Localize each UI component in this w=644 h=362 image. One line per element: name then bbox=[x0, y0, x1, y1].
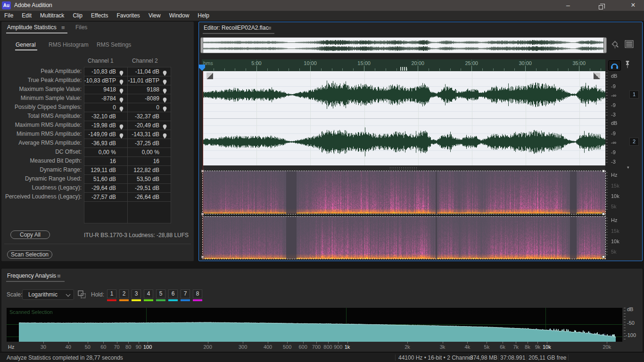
x-axis-tick bbox=[148, 342, 148, 344]
column-header-channel-2: Channel 2 bbox=[132, 58, 158, 64]
scale-select[interactable]: Logarithmic bbox=[22, 289, 74, 300]
menu-item-window[interactable]: Window bbox=[165, 11, 194, 21]
spectrogram-channel-2-canvas[interactable] bbox=[203, 216, 605, 259]
frequency-plot-canvas[interactable] bbox=[7, 308, 622, 342]
selection-corner-handle-left[interactable] bbox=[206, 73, 213, 79]
tab-editor[interactable]: Editor: RecoilEP02A2.flac bbox=[204, 25, 268, 31]
overview-waveform-canvas[interactable] bbox=[203, 38, 605, 53]
stat-value: 129,11 dB bbox=[91, 167, 116, 173]
tab-files[interactable]: Files bbox=[75, 24, 87, 31]
stat-value: 122,82 dB bbox=[133, 167, 159, 173]
menu-item-edit[interactable]: Edit bbox=[17, 11, 36, 21]
channel-badge[interactable]: 1 bbox=[629, 90, 639, 99]
stat-value-cell: -37,25 dB bbox=[127, 139, 171, 148]
overview-navigator[interactable] bbox=[203, 37, 605, 53]
waveform-display[interactable] bbox=[203, 71, 605, 165]
hold-button-2[interactable]: 2 bbox=[119, 289, 129, 298]
waveform-channel-1-canvas[interactable] bbox=[203, 71, 605, 118]
scan-selection-button[interactable]: Scan Selection bbox=[7, 250, 52, 259]
copy-all-button[interactable]: Copy All bbox=[10, 230, 50, 239]
stat-value-cell: 0 bbox=[127, 103, 171, 112]
hold-color-bar bbox=[132, 299, 141, 301]
empty-cell bbox=[127, 201, 171, 223]
stat-value: 0,00 % bbox=[142, 149, 159, 156]
menu-item-effects[interactable]: Effects bbox=[87, 11, 112, 21]
stat-value: -10,83 dBTP bbox=[84, 77, 116, 84]
hz-ruler-channel-1[interactable]: Hz15k10k5k bbox=[606, 171, 642, 214]
menu-item-favorites[interactable]: Favorites bbox=[113, 11, 144, 21]
amplitude-statistics-panel: Amplitude Statistics ≡ Files General RMS… bbox=[1, 22, 194, 261]
menu-item-multitrack[interactable]: Multitrack bbox=[36, 11, 68, 21]
db-ruler-channel-1[interactable]: dB-9-∞-9-31 bbox=[606, 71, 642, 118]
hold-button-5[interactable]: 5 bbox=[156, 289, 165, 298]
collapse-arrow-icon[interactable]: ▾ bbox=[627, 165, 629, 170]
view-tab-rms-histogram[interactable]: RMS Histogram bbox=[49, 41, 89, 48]
hz-ruler-label: 5k bbox=[611, 249, 617, 255]
timeline-minor-tick bbox=[429, 68, 429, 71]
timeline-minor-tick bbox=[504, 68, 504, 71]
menu-item-file[interactable]: File bbox=[0, 11, 17, 21]
stat-value-cell: -27,57 dB bbox=[84, 192, 128, 202]
hold-button-3[interactable]: 3 bbox=[132, 289, 141, 298]
hold-button-7[interactable]: 7 bbox=[181, 289, 190, 298]
zoom-navigate-icon[interactable] bbox=[611, 40, 620, 49]
panel-menu-icon[interactable]: ≡ bbox=[61, 24, 65, 31]
selection-corner-handle-right[interactable] bbox=[594, 73, 600, 79]
waveform-channel-2-canvas[interactable] bbox=[203, 118, 605, 165]
x-axis-tick bbox=[607, 342, 607, 344]
tab-amplitude-statistics[interactable]: Amplitude Statistics bbox=[7, 24, 57, 31]
frequency-plot[interactable]: Scanned Selection bbox=[7, 308, 622, 342]
timeline-minor-tick bbox=[246, 68, 246, 71]
freq-panel-menu-icon[interactable]: ≡ bbox=[57, 272, 61, 280]
hold-button-8[interactable]: 8 bbox=[193, 289, 202, 298]
timeline-label: 30:00 bbox=[516, 60, 535, 66]
editor-tab-underline bbox=[203, 33, 274, 34]
x-axis-tick bbox=[443, 342, 443, 344]
spectrogram-channel-1-canvas[interactable] bbox=[203, 171, 605, 214]
monitor-box[interactable] bbox=[608, 60, 621, 71]
channel-badge[interactable]: 2 bbox=[629, 138, 639, 146]
stat-value-cell: 0,00 % bbox=[84, 148, 128, 157]
timeline-minor-tick bbox=[482, 68, 483, 71]
hold-button-1[interactable]: 1 bbox=[107, 289, 116, 298]
restore-icon bbox=[599, 5, 603, 9]
copy-graph-icon[interactable] bbox=[78, 290, 86, 299]
hold-color-bar bbox=[193, 299, 202, 301]
timeline-major-tick bbox=[525, 66, 526, 71]
view-tab-general[interactable]: General bbox=[16, 41, 36, 48]
menu-item-view[interactable]: View bbox=[144, 11, 165, 21]
sample-info: 44100 Hz • 16-bit • 2 Channel bbox=[398, 354, 467, 361]
x-axis-tick bbox=[338, 342, 339, 344]
view-tab-rms-settings[interactable]: RMS Settings bbox=[97, 41, 131, 48]
tab-frequency-analysis[interactable]: Frequency Analysis bbox=[7, 272, 56, 279]
db-ruler-label: -9 bbox=[611, 83, 616, 89]
window-title: Adobe Audition bbox=[14, 2, 52, 8]
hold-button-6[interactable]: 6 bbox=[168, 289, 178, 298]
editor-panel-menu-icon[interactable]: ≡ bbox=[268, 25, 272, 32]
waveform-spectral-splitter[interactable] bbox=[203, 165, 605, 171]
minimize-button[interactable]: – bbox=[557, 0, 579, 11]
overview-right-handle[interactable] bbox=[603, 37, 607, 53]
hz-ruler-label: 5k bbox=[611, 204, 617, 209]
db-ruler-channel-2[interactable]: dB-9-∞-9-32 bbox=[606, 118, 642, 165]
timeline-minor-tick bbox=[396, 68, 397, 71]
empty-cell bbox=[84, 201, 128, 223]
hz-ruler-label: 10k bbox=[611, 239, 619, 244]
editor-layout-icon[interactable] bbox=[625, 40, 634, 48]
scale-value: Logarithmic bbox=[28, 291, 58, 298]
pushpin-icon[interactable] bbox=[625, 60, 630, 69]
restore-button[interactable] bbox=[590, 0, 611, 11]
timeline-minor-tick bbox=[375, 68, 375, 71]
stat-value: 53,50 dB bbox=[137, 176, 159, 182]
close-button[interactable]: × bbox=[622, 0, 644, 11]
disk-free: 205,11 GB free bbox=[528, 354, 566, 361]
stat-value-cell: 122,82 dB bbox=[127, 165, 171, 175]
divider bbox=[4, 244, 191, 244]
menu-item-clip[interactable]: Clip bbox=[68, 11, 87, 21]
hz-ruler-label: 15k bbox=[611, 228, 619, 234]
db-ruler-label: -9 bbox=[611, 131, 616, 136]
timeline-markers[interactable] bbox=[400, 67, 408, 71]
hold-button-4[interactable]: 4 bbox=[144, 289, 153, 298]
menu-item-help[interactable]: Help bbox=[193, 11, 214, 21]
hz-ruler-channel-2[interactable]: Hz15k10k5k bbox=[606, 216, 642, 259]
